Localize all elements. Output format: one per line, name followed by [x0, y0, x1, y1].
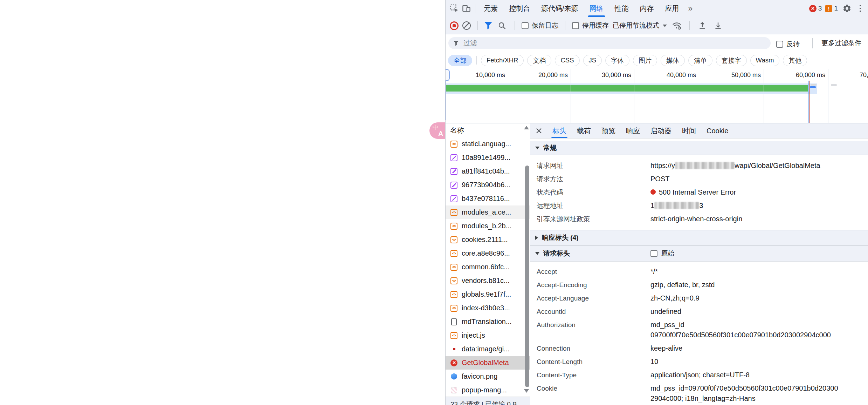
type-chip-1[interactable]: Fetch/XHR	[481, 55, 524, 66]
import-har-button[interactable]	[696, 20, 708, 32]
request-row[interactable]: favicon.png	[446, 370, 530, 383]
details-tab-2[interactable]: 预览	[596, 123, 621, 138]
main-tab-3[interactable]: 网络	[584, 0, 609, 17]
type-chip-4[interactable]: JS	[583, 55, 602, 66]
scrollbar-thumb[interactable]	[525, 166, 529, 387]
main-tab-4[interactable]: 性能	[609, 0, 634, 17]
request-row[interactable]: index-d3b0e3...	[446, 301, 530, 315]
referrer-policy-label: 引荐来源网址政策	[537, 214, 650, 224]
kebab-menu-button[interactable]	[856, 2, 864, 14]
request-list-header[interactable]: 名称	[446, 123, 530, 137]
response-headers-section-header[interactable]: 响应标头 (4)	[530, 230, 868, 245]
translate-extension-badge[interactable]: 中 A	[429, 122, 446, 139]
timeline-range-grip[interactable]	[446, 69, 450, 81]
request-icon-slot	[450, 332, 458, 339]
type-chip-5[interactable]: 字体	[605, 55, 629, 66]
main-tab-6[interactable]: 应用	[660, 0, 685, 17]
request-method-label: 请求方法	[537, 174, 650, 184]
details-tab-6[interactable]: Cookie	[701, 123, 733, 138]
scrollbar-down-arrow[interactable]	[524, 389, 529, 393]
details-tab-1[interactable]: 载荷	[572, 123, 596, 138]
request-row[interactable]: modules_a.ce...	[446, 205, 530, 219]
script-file-icon	[450, 141, 457, 148]
main-tab-0[interactable]: 元素	[478, 0, 503, 17]
data-uri-image-icon	[453, 348, 455, 350]
network-conditions-button[interactable]	[671, 20, 683, 32]
request-headers-section-header[interactable]: 请求标头 原始	[530, 245, 868, 262]
header-row: Connectionkeep-alive	[530, 342, 868, 355]
type-chip-7[interactable]: 媒体	[661, 55, 685, 66]
inspect-element-button[interactable]	[448, 2, 460, 14]
request-row[interactable]: vendors.b81c...	[446, 274, 530, 288]
export-har-button[interactable]	[712, 20, 724, 32]
settings-gear-button[interactable]	[841, 2, 853, 14]
type-chip-2[interactable]: 文档	[527, 55, 551, 66]
type-chip-0[interactable]: 全部	[448, 55, 472, 66]
general-section-header[interactable]: 常规	[530, 141, 868, 155]
details-tab-4[interactable]: 启动器	[645, 123, 677, 138]
dom-content-loaded-marker	[808, 81, 808, 123]
type-chip-10[interactable]: Wasm	[750, 55, 780, 66]
favicon-image-icon	[451, 373, 457, 380]
request-name: mdTranslation...	[462, 318, 512, 326]
stylesheet-file-icon	[450, 168, 457, 175]
request-row[interactable]: 10a891e1499...	[446, 151, 530, 164]
image-file-icon	[451, 387, 457, 393]
more-filters-button[interactable]: 更多过滤条件	[821, 39, 861, 48]
record-network-log-button[interactable]	[450, 21, 459, 30]
scrollbar-up-arrow[interactable]	[524, 126, 529, 129]
request-row[interactable]: staticLanguag...	[446, 137, 530, 151]
request-row[interactable]: modules_b.2b...	[446, 219, 530, 233]
filter-funnel-toggle[interactable]	[484, 22, 492, 29]
header-row: Accept-Encodinggzip, deflate, br, zstd	[530, 278, 868, 292]
request-row[interactable]: common.6bfc...	[446, 260, 530, 274]
timeline-overview[interactable]: 10,000 ms20,000 ms30,000 ms40,000 ms50,0…	[446, 69, 868, 123]
preserve-log-checkbox[interactable]: 保留日志	[522, 21, 558, 30]
main-tab-5[interactable]: 内存	[634, 0, 660, 17]
type-chip-11[interactable]: 其他	[783, 55, 807, 66]
filter-input-pill[interactable]	[448, 37, 771, 49]
invert-filter-checkbox[interactable]: 反转	[776, 40, 800, 49]
request-row[interactable]: b437e078116...	[446, 192, 530, 205]
details-tab-3[interactable]: 响应	[621, 123, 645, 138]
close-details-button[interactable]	[535, 127, 543, 135]
main-tab-1[interactable]: 控制台	[503, 0, 536, 17]
header-value: application/json; charset=UTF-8	[650, 370, 750, 380]
more-tabs-button[interactable]: »	[685, 4, 696, 13]
console-warnings-button[interactable]: 1	[825, 5, 838, 12]
type-chip-9[interactable]: 套接字	[716, 55, 747, 66]
search-button[interactable]	[496, 20, 508, 32]
details-tab-0[interactable]: 标头	[547, 123, 572, 138]
request-row[interactable]: core.a8e8c96...	[446, 247, 530, 260]
disable-cache-checkbox[interactable]: 停用缓存	[572, 21, 609, 30]
request-row[interactable]: mdTranslation...	[446, 315, 530, 329]
request-row[interactable]: cookies.2111...	[446, 233, 530, 247]
request-icon-slot	[450, 250, 458, 257]
request-row[interactable]: GetGlobalMeta	[446, 356, 530, 370]
request-row[interactable]: a81ff841c04b...	[446, 164, 530, 178]
request-row[interactable]: data:image/gi...	[446, 342, 530, 356]
type-chip-8[interactable]: 清单	[688, 55, 712, 66]
details-tab-5[interactable]: 时间	[677, 123, 701, 138]
request-url-label: 请求网址	[537, 161, 650, 171]
url-prefix: https://y	[650, 162, 675, 169]
type-chip-6[interactable]: 图片	[633, 55, 657, 66]
filter-input[interactable]	[463, 39, 766, 47]
timeline-gridline	[508, 69, 508, 123]
throttling-select[interactable]: 已停用节流模式	[613, 21, 667, 30]
invert-label: 反转	[786, 40, 800, 49]
console-errors-button[interactable]: 3	[809, 5, 822, 12]
request-name: index-d3b0e3...	[462, 304, 510, 312]
translate-badge-glyph: 中	[433, 124, 438, 131]
main-tab-2[interactable]: 源代码/来源	[536, 0, 584, 17]
request-row[interactable]: 96773b904b6...	[446, 178, 530, 192]
device-toolbar-button[interactable]	[460, 2, 472, 14]
warning-badge-icon	[825, 5, 832, 12]
type-chip-3[interactable]: CSS	[555, 55, 579, 66]
request-row[interactable]: globals.9e1f7f...	[446, 288, 530, 301]
raw-headers-checkbox[interactable]: 原始	[650, 249, 674, 258]
clear-network-log-button[interactable]	[462, 21, 471, 30]
request-row[interactable]: popup-mang...	[446, 383, 530, 397]
request-row[interactable]: inject.js	[446, 329, 530, 342]
toolbar-divider	[565, 21, 565, 30]
